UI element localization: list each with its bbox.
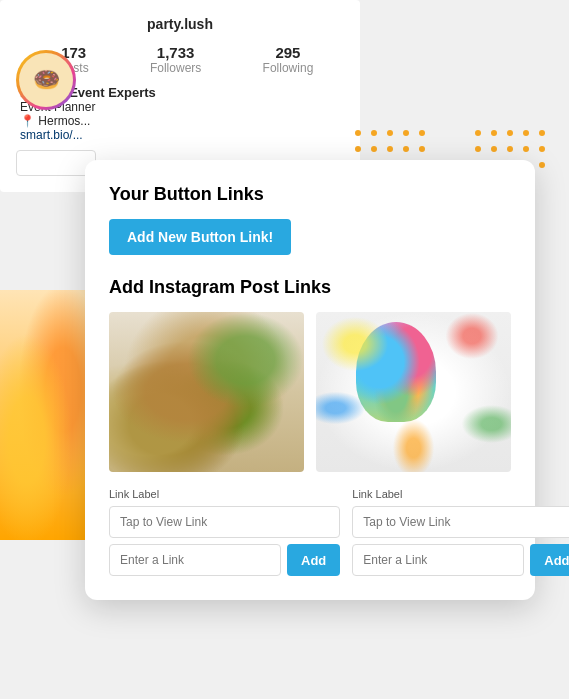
post1-link-label-input[interactable] (109, 506, 340, 538)
post1-url-input[interactable] (109, 544, 281, 576)
post1-link-group: Link Label Add (109, 488, 340, 576)
post1-add-btn[interactable]: Add (287, 544, 340, 576)
profile-username: party.lush (16, 16, 344, 32)
post2-link-label-text: Link Label (352, 488, 569, 500)
post1-link-label-text: Link Label (109, 488, 340, 500)
post2-add-btn[interactable]: Add (530, 544, 569, 576)
post1-url-row: Add (109, 544, 340, 576)
profile-location: 📍 Hermos... (20, 114, 344, 128)
add-button-link-btn[interactable]: Add New Button Link! (109, 219, 291, 255)
post2-link-label-input[interactable] (352, 506, 569, 538)
avatar: 🍩 (16, 50, 76, 110)
post2-link-group: Link Label Add (352, 488, 569, 576)
photo-cocktails-bg (0, 290, 90, 540)
section1-title: Your Button Links (109, 184, 511, 205)
profile-link[interactable]: smart.bio/... (20, 128, 344, 142)
profile-search-input[interactable] (16, 150, 96, 176)
main-panel: Your Button Links Add New Button Link! A… (85, 160, 535, 600)
stat-following: 295 Following (263, 44, 314, 75)
post2-url-row: Add (352, 544, 569, 576)
posts-grid (109, 312, 511, 472)
post2-url-input[interactable] (352, 544, 524, 576)
avatar-image: 🍩 (19, 53, 73, 107)
post-link-section: Link Label Add Link Label Add (109, 488, 511, 576)
profile-type: Event Planner (20, 100, 344, 114)
post-image-tacos (109, 312, 304, 472)
section2-title: Add Instagram Post Links (109, 277, 511, 298)
post-image-pinata (316, 312, 511, 472)
stat-followers: 1,733 Followers (150, 44, 201, 75)
